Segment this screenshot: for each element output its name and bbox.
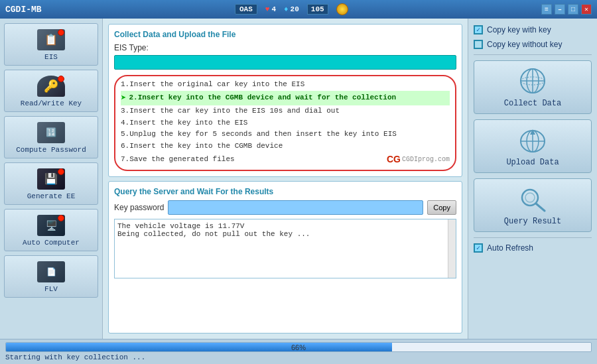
status-text: Starting with key collection ... xyxy=(5,353,592,361)
collect-data-button[interactable]: Collect Data xyxy=(474,60,592,114)
counter-box: 105 xyxy=(307,4,328,15)
diamonds-stat: ♦ 20 xyxy=(284,5,299,13)
query-result-label: Query Result xyxy=(504,217,561,226)
sidebar-item-auto-computer[interactable]: 🖥️ Auto Computer xyxy=(4,209,98,251)
watermark: CG CGDIprog.com xyxy=(387,152,450,166)
close-button[interactable]: ✕ xyxy=(581,4,592,15)
divider-2 xyxy=(474,237,592,238)
instruction-5: 5.Unplug the key for 5 seconds and then … xyxy=(121,129,450,141)
oas-badge: OAS xyxy=(235,4,257,15)
titlebar-right[interactable]: ≡ – □ ✕ xyxy=(541,4,592,15)
query-result-button[interactable]: Query Result xyxy=(474,178,592,232)
minimize-button[interactable]: – xyxy=(555,4,565,15)
auto-refresh-label: Auto Refresh xyxy=(487,243,533,253)
svg-line-11 xyxy=(536,204,545,211)
copy-with-key-label: Copy key with key xyxy=(487,25,551,34)
log-line-1: The vehicle voltage is 11.77V xyxy=(117,222,453,230)
query-section-title: Query the Server and Wait For the Result… xyxy=(114,187,456,196)
auto-refresh-row: ✓ Auto Refresh xyxy=(474,243,592,253)
content-area: Collect Data and Upload the File EIS Typ… xyxy=(103,19,468,339)
collect-data-label: Collect Data xyxy=(504,99,561,108)
auto-refresh-checkbox[interactable]: ✓ xyxy=(474,243,483,253)
copy-without-key-label: Copy key without key xyxy=(487,40,562,49)
key-password-input[interactable] xyxy=(168,200,423,215)
instruction-4: 4.Insert the key into the EIS xyxy=(121,117,450,129)
sidebar-item-generate-ee[interactable]: 💾 Generate EE xyxy=(4,162,98,205)
arrow-icon: ➤ xyxy=(121,91,126,105)
key-password-row: Key password Copy xyxy=(114,200,456,215)
instruction-7: 7.Save the generated files CG CGDIprog.c… xyxy=(121,152,450,166)
diamond-icon: ♦ xyxy=(284,5,289,13)
heart-icon: ♥ xyxy=(265,5,270,13)
collect-section-title: Collect Data and Upload the File xyxy=(114,30,456,39)
main-layout: 📋 EIS 🔑 Read/Write Key 🔢 Compute Passwor… xyxy=(0,19,597,339)
gold-circle-icon xyxy=(336,3,348,15)
log-scrollbar[interactable] xyxy=(448,219,456,278)
instruction-1: 1.Insert the original car key into the E… xyxy=(121,79,450,91)
ee-red-dot xyxy=(58,168,64,175)
read-write-key-icon-container: 🔑 xyxy=(35,74,67,98)
sidebar-item-label-compute: Compute Password xyxy=(16,146,86,154)
upload-data-icon xyxy=(515,125,550,154)
flv-icon: 📄 xyxy=(37,261,65,282)
progress-text: 66% xyxy=(291,343,306,351)
progress-bar-container: 66% xyxy=(5,342,592,352)
divider-1 xyxy=(474,54,592,55)
instructions-container: 1.Insert the original car key into the E… xyxy=(114,75,456,171)
titlebar-center: OAS ♥ 4 ♦ 20 105 xyxy=(42,3,541,15)
sidebar-item-eis[interactable]: 📋 EIS xyxy=(4,23,98,66)
sidebar-item-flv[interactable]: 📄 FLV xyxy=(4,255,98,298)
sidebar: 📋 EIS 🔑 Read/Write Key 🔢 Compute Passwor… xyxy=(0,19,103,339)
sidebar-item-label-eis: EIS xyxy=(44,53,58,61)
copy-with-key-checkbox[interactable]: ✓ xyxy=(474,25,483,34)
eis-red-dot xyxy=(58,29,64,36)
titlebar-left: CGDI-MB xyxy=(5,5,42,15)
compute-icon: 🔢 xyxy=(37,122,65,143)
eis-type-bar xyxy=(114,55,456,70)
instructions-oval: 1.Insert the original car key into the E… xyxy=(114,75,456,171)
app-title: CGDI-MB xyxy=(5,5,42,15)
right-panel: ✓ Copy key with key Copy key without key… xyxy=(468,19,597,339)
sidebar-item-compute-password[interactable]: 🔢 Compute Password xyxy=(4,116,98,158)
upload-data-label: Upload Data xyxy=(506,158,559,167)
collect-data-icon xyxy=(515,66,550,95)
svg-point-12 xyxy=(525,193,535,202)
instruction-3: 3.Insert the car key into the EIS 10s an… xyxy=(121,105,450,117)
instruction-6: 6.Insert the key into the CGMB device xyxy=(121,141,450,152)
sidebar-item-label-ee: Generate EE xyxy=(27,192,76,200)
eis-icon-container: 📋 xyxy=(35,28,67,52)
log-line-2: Being collected, do not pull out the key… xyxy=(117,230,453,238)
sidebar-item-label-rwkey: Read/Write Key xyxy=(21,99,82,107)
log-area: The vehicle voltage is 11.77V Being coll… xyxy=(114,219,456,278)
cgdi-site: CGDIprog.com xyxy=(402,154,450,165)
instruction-2: ➤ 2.Insert key into the CGMB device and … xyxy=(121,91,450,105)
generate-ee-icon-container: 💾 xyxy=(35,167,67,191)
progress-bar-fill xyxy=(6,343,392,351)
auto-icon-container: 🖥️ xyxy=(35,213,67,237)
compute-icon-container: 🔢 xyxy=(35,121,67,145)
query-result-icon xyxy=(515,184,550,213)
sidebar-item-label-flv: FLV xyxy=(44,285,58,293)
globe-upload-svg xyxy=(517,127,549,153)
copy-password-button[interactable]: Copy xyxy=(427,200,456,215)
sidebar-item-read-write-key[interactable]: 🔑 Read/Write Key xyxy=(4,70,98,112)
query-svg xyxy=(517,186,549,212)
upload-data-button[interactable]: Upload Data xyxy=(474,119,592,173)
collect-section: Collect Data and Upload the File EIS Typ… xyxy=(108,24,462,177)
menu-button[interactable]: ≡ xyxy=(541,4,552,15)
hearts-stat: ♥ 4 xyxy=(265,5,276,13)
titlebar: CGDI-MB OAS ♥ 4 ♦ 20 105 ≡ – □ ✕ xyxy=(0,0,597,19)
cgdi-logo: CG xyxy=(387,152,401,166)
key-red-dot xyxy=(58,76,64,82)
auto-red-dot xyxy=(58,215,64,221)
eis-type-label: EIS Type: xyxy=(114,43,456,52)
maximize-button[interactable]: □ xyxy=(568,4,578,15)
copy-without-key-row: Copy key without key xyxy=(474,40,592,49)
query-section: Query the Server and Wait For the Result… xyxy=(108,181,462,334)
bottom-bar: 66% Starting with key collection ... xyxy=(0,339,597,364)
sidebar-item-label-auto: Auto Computer xyxy=(23,239,80,247)
globe-collect-svg xyxy=(517,68,549,94)
copy-with-key-row: ✓ Copy key with key xyxy=(474,25,592,34)
flv-icon-container: 📄 xyxy=(35,260,67,284)
copy-without-key-checkbox[interactable] xyxy=(474,40,483,49)
